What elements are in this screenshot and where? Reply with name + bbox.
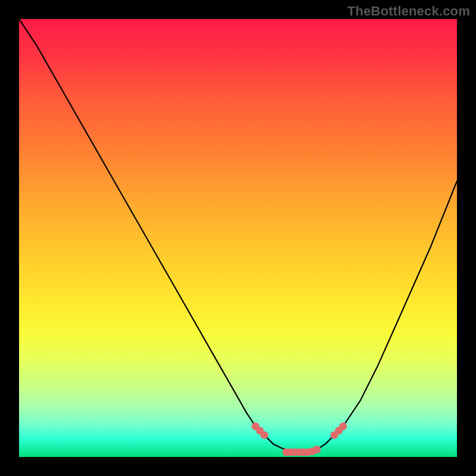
curve-line [19, 19, 457, 452]
watermark-text: TheBottleneck.com [347, 4, 470, 19]
marker-group [252, 422, 347, 456]
marker-dot [339, 422, 347, 430]
plot-area [19, 19, 457, 457]
chart-stage: TheBottleneck.com [0, 0, 476, 476]
marker-dot [261, 431, 268, 439]
chart-svg [19, 19, 457, 457]
marker-dot [313, 446, 321, 453]
